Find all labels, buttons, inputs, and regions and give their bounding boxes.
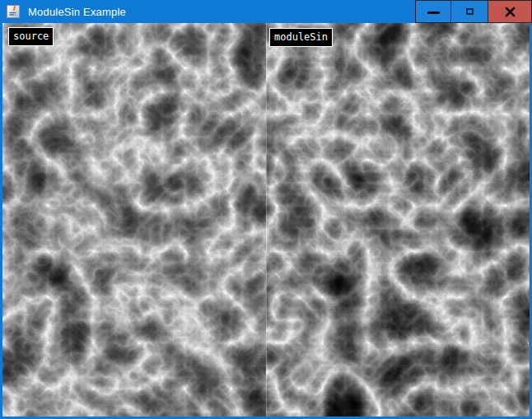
window-controls	[415, 0, 532, 23]
close-icon	[505, 7, 516, 17]
app-window: ModuleSin Example	[0, 0, 532, 419]
maximize-icon	[466, 8, 474, 15]
source-noise-panel	[2, 23, 266, 417]
java-coffee-icon[interactable]	[7, 5, 20, 18]
minimize-button[interactable]	[415, 0, 451, 23]
minimize-icon	[427, 12, 440, 14]
maximize-button[interactable]	[451, 0, 488, 23]
titlebar[interactable]: ModuleSin Example	[0, 0, 532, 23]
close-button[interactable]	[488, 0, 532, 23]
panel-divider	[266, 23, 267, 417]
render-area: source moduleSin	[2, 23, 530, 417]
panel-label-source: source	[8, 27, 54, 46]
panel-label-modulesin: moduleSin	[269, 28, 333, 47]
window-title: ModuleSin Example	[28, 6, 126, 18]
modulesin-noise-panel	[266, 23, 530, 417]
